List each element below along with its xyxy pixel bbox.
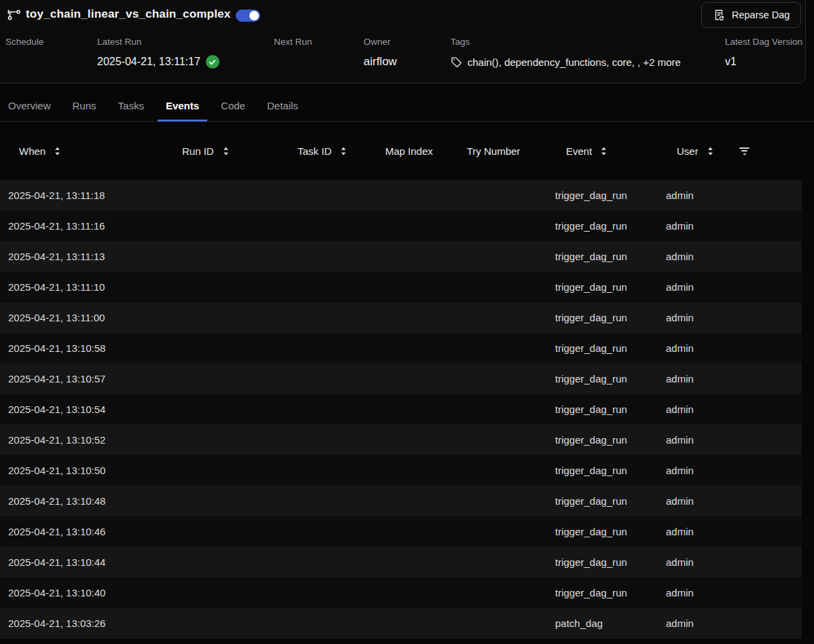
cell-event: trigger_dag_run — [547, 312, 658, 323]
info-next-run: Next Run — [274, 37, 312, 69]
column-header-task-id[interactable]: Task ID — [279, 145, 377, 157]
tags-value[interactable]: chain(), dependency_functions, core, , +… — [467, 56, 681, 68]
info-tags: Tags chain(), dependency_functions, core… — [450, 37, 681, 69]
table-row: 2025-04-21, 13:11:10 trigger_dag_run adm… — [0, 272, 802, 302]
reparse-dag-icon — [713, 9, 725, 21]
cell-user: admin — [658, 587, 730, 598]
sort-icon — [221, 146, 231, 156]
column-header-event[interactable]: Event — [547, 145, 658, 157]
cell-event: trigger_dag_run — [547, 342, 658, 354]
owner-value: airflow — [364, 54, 397, 69]
cell-when: 2025-04-21, 13:11:18 — [0, 190, 163, 201]
cell-when: 2025-04-21, 13:10:46 — [0, 526, 163, 537]
dag-tab-bar: OverviewRunsTasksEventsCodeDetails — [0, 90, 814, 122]
table-row: 2025-04-21, 13:10:52 trigger_dag_run adm… — [0, 425, 802, 455]
column-header-try-number: Try Number — [459, 145, 547, 157]
cell-event: trigger_dag_run — [547, 190, 658, 201]
cell-event: trigger_dag_run — [547, 404, 658, 415]
cell-user: admin — [658, 434, 730, 446]
cell-user: admin — [658, 526, 730, 537]
reparse-dag-button[interactable]: Reparse Dag — [701, 2, 801, 28]
success-check-icon — [206, 55, 219, 69]
column-header-when[interactable]: When — [0, 145, 163, 157]
cell-when: 2025-04-21, 13:11:00 — [0, 312, 163, 323]
cell-event: trigger_dag_run — [547, 495, 658, 507]
cell-user: admin — [658, 556, 730, 568]
tab-overview[interactable]: Overview — [0, 90, 59, 122]
filter-columns-button[interactable] — [730, 147, 802, 155]
toggle-knob — [249, 11, 259, 20]
table-row: 2025-04-21, 13:11:16 trigger_dag_run adm… — [0, 211, 802, 241]
cell-when: 2025-04-21, 13:10:50 — [0, 465, 163, 476]
column-label: When — [19, 145, 46, 157]
tab-runs[interactable]: Runs — [65, 90, 105, 122]
tag-icon — [450, 56, 462, 68]
cell-user: admin — [658, 342, 730, 354]
cell-user: admin — [658, 312, 730, 323]
info-label: Latest Run — [97, 37, 219, 47]
table-row: 2025-04-21, 13:11:13 trigger_dag_run adm… — [0, 241, 802, 272]
table-row: 2025-04-21, 13:10:48 trigger_dag_run adm… — [0, 486, 802, 516]
info-latest-dag-version: Latest Dag Version v1 — [725, 37, 802, 69]
cell-when: 2025-04-21, 13:03:26 — [0, 618, 163, 629]
cell-event: trigger_dag_run — [547, 220, 658, 232]
table-row: 2025-04-21, 13:10:54 trigger_dag_run adm… — [0, 394, 802, 425]
cell-when: 2025-04-21, 13:10:58 — [0, 342, 163, 354]
info-label: Tags — [450, 37, 681, 47]
cell-event: trigger_dag_run — [547, 556, 658, 568]
info-label: Owner — [364, 37, 397, 47]
cell-when: 2025-04-21, 13:10:48 — [0, 495, 163, 507]
table-row: 2025-04-21, 13:10:57 trigger_dag_run adm… — [0, 363, 802, 394]
sort-icon — [705, 146, 715, 156]
cell-when: 2025-04-21, 13:11:10 — [0, 281, 163, 293]
info-value — [5, 54, 43, 69]
dag-pause-toggle[interactable] — [236, 10, 260, 22]
cell-event: trigger_dag_run — [547, 251, 658, 262]
sort-icon — [599, 146, 609, 156]
column-label: Task ID — [298, 145, 332, 157]
cell-event: trigger_dag_run — [547, 434, 658, 446]
info-latest-run: Latest Run 2025-04-21, 13:11:17 — [97, 37, 219, 69]
info-schedule: Schedule — [5, 37, 43, 69]
dag-title: toy_chain_linear_vs_chain_complex — [26, 7, 230, 21]
cell-event: trigger_dag_run — [547, 373, 658, 384]
tab-code[interactable]: Code — [213, 90, 253, 122]
table-row: 2025-04-21, 13:10:46 trigger_dag_run adm… — [0, 516, 802, 547]
column-label: Map Index — [385, 145, 433, 157]
cell-when: 2025-04-21, 13:10:44 — [0, 556, 163, 568]
tab-tasks[interactable]: Tasks — [110, 90, 152, 122]
latest-run-timestamp[interactable]: 2025-04-21, 13:11:17 — [97, 56, 200, 68]
cell-when: 2025-04-21, 13:10:57 — [0, 373, 163, 384]
cell-user: admin — [658, 404, 730, 415]
table-row: 2025-04-21, 13:11:00 trigger_dag_run adm… — [0, 302, 802, 333]
info-owner: Owner airflow — [364, 37, 397, 69]
dag-icon — [7, 8, 22, 23]
cell-user: admin — [658, 190, 730, 201]
cell-when: 2025-04-21, 13:10:54 — [0, 404, 163, 415]
info-label: Latest Dag Version — [725, 37, 802, 47]
cell-event: trigger_dag_run — [547, 526, 658, 537]
info-label: Schedule — [5, 37, 43, 47]
cell-event: trigger_dag_run — [547, 465, 658, 476]
cell-when: 2025-04-21, 13:11:13 — [0, 251, 163, 262]
table-row: 2025-04-21, 13:10:44 trigger_dag_run adm… — [0, 547, 802, 577]
tab-events[interactable]: Events — [158, 90, 207, 122]
cell-event: trigger_dag_run — [547, 281, 658, 293]
info-value — [274, 54, 312, 69]
tab-details[interactable]: Details — [259, 90, 306, 122]
column-label: Run ID — [182, 145, 214, 157]
sort-icon — [52, 146, 63, 156]
table-body: 2025-04-21, 13:11:18 trigger_dag_run adm… — [0, 180, 802, 639]
cell-user: admin — [658, 465, 730, 476]
column-header-map-index: Map Index — [377, 145, 459, 157]
cell-user: admin — [658, 618, 730, 629]
cell-when: 2025-04-21, 13:11:16 — [0, 220, 163, 232]
column-header-user[interactable]: User — [658, 145, 730, 157]
column-label: Event — [566, 145, 592, 157]
column-header-run-id[interactable]: Run ID — [163, 145, 279, 157]
dag-version-value: v1 — [725, 54, 802, 69]
dag-details-page: toy_chain_linear_vs_chain_complex Repars… — [0, 0, 814, 644]
table-row: 2025-04-21, 13:10:58 trigger_dag_run adm… — [0, 333, 802, 363]
table-row: 2025-04-21, 13:03:26 patch_dag admin — [0, 608, 802, 639]
reparse-dag-label: Reparse Dag — [732, 10, 790, 20]
